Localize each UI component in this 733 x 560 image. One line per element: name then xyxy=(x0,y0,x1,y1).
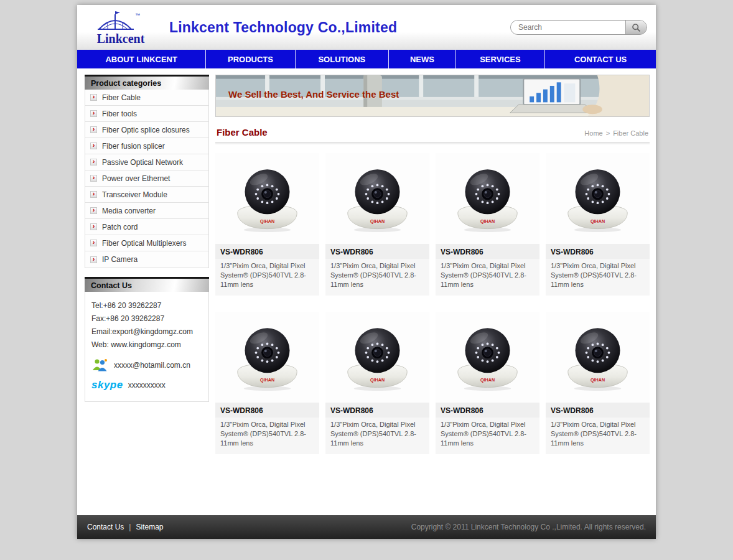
nav-item-products[interactable]: PRODUCTS xyxy=(206,50,295,68)
bridge-logo-icon: ™ xyxy=(96,11,145,32)
content-area: Product categories Fiber Cable Fiber too… xyxy=(77,68,656,515)
page-title: Fiber Cable xyxy=(217,127,268,138)
product-card[interactable]: QIHAN VS-WDR806 1/3"Pixim Orca, Digital … xyxy=(436,153,539,296)
footer-link-sitemap[interactable]: Sitemap xyxy=(136,523,163,531)
product-image: QIHAN xyxy=(436,153,539,244)
footer-links: Contact Us | Sitemap xyxy=(87,523,164,531)
main-nav: ABOUT LINKCENT PRODUCTS SOLUTIONS NEWS S… xyxy=(77,50,656,68)
sidebar-category-item[interactable]: Passive Optical Network xyxy=(85,154,208,170)
chevron-right-icon xyxy=(90,256,97,263)
msn-row: xxxxx@hotamil.com.cn xyxy=(91,358,202,373)
footer-separator: | xyxy=(129,523,131,531)
category-label: Fiber Optic splice closures xyxy=(102,126,190,134)
chevron-right-icon xyxy=(90,191,97,198)
product-description: 1/3"Pixim Orca, Digital Pixel System® (D… xyxy=(215,418,319,448)
product-categories-header: Product categories xyxy=(85,75,209,90)
camera-brand-text: QIHAN xyxy=(480,377,495,383)
dome-camera-image: QIHAN xyxy=(556,159,640,238)
contact-email: Email:export@kingdomgz.com xyxy=(91,325,202,338)
product-name: VS-WDR806 xyxy=(215,403,319,418)
category-label: Patch cord xyxy=(102,223,138,231)
product-image: QIHAN xyxy=(215,153,319,244)
product-name: VS-WDR806 xyxy=(215,244,319,259)
product-name: VS-WDR806 xyxy=(546,244,650,259)
category-label: Fiber fusion splicer xyxy=(102,142,165,151)
contact-fax: Fax:+86 20 39262287 xyxy=(91,312,202,325)
sidebar-category-item[interactable]: Power over Ethernet xyxy=(85,170,208,187)
sidebar-category-item[interactable]: Patch cord xyxy=(85,219,208,235)
dome-camera-image: QIHAN xyxy=(446,159,530,238)
search-button[interactable] xyxy=(625,21,647,34)
title-row: Fiber Cable Home > Fiber Cable xyxy=(215,124,650,143)
dome-camera-image: QIHAN xyxy=(225,159,309,238)
product-image: QIHAN xyxy=(546,153,650,244)
product-card[interactable]: QIHAN VS-WDR806 1/3"Pixim Orca, Digital … xyxy=(215,312,319,454)
logo-wordmark: Linkcent xyxy=(83,32,158,45)
search-input[interactable] xyxy=(511,21,625,34)
sidebar-category-item[interactable]: IP Camera xyxy=(85,251,208,268)
dome-camera-image: QIHAN xyxy=(335,159,419,238)
site-title: Linkcent Technology Co.,Limited xyxy=(169,19,397,36)
chevron-right-icon xyxy=(90,223,97,230)
product-description: 1/3"Pixim Orca, Digital Pixel System® (D… xyxy=(546,259,650,289)
nav-item-contact-us[interactable]: CONTACT US xyxy=(545,50,656,68)
nav-item-services[interactable]: SERVICES xyxy=(456,50,545,68)
sidebar-category-item[interactable]: Fiber tools xyxy=(85,106,208,122)
product-image: QIHAN xyxy=(436,312,539,403)
chevron-right-icon xyxy=(90,110,97,117)
product-card[interactable]: QIHAN VS-WDR806 1/3"Pixim Orca, Digital … xyxy=(215,153,319,296)
product-description: 1/3"Pixim Orca, Digital Pixel System® (D… xyxy=(436,259,539,289)
product-card[interactable]: QIHAN VS-WDR806 1/3"Pixim Orca, Digital … xyxy=(436,312,539,454)
breadcrumb-separator: > xyxy=(606,129,610,137)
sidebar-category-item[interactable]: Fiber Optical Multiplexers xyxy=(85,235,208,251)
product-card[interactable]: QIHAN VS-WDR806 1/3"Pixim Orca, Digital … xyxy=(325,312,429,454)
dome-camera-image: QIHAN xyxy=(225,317,309,397)
main-area: We Sell the Best, And Service the Best F… xyxy=(215,75,650,454)
sidebar-category-item[interactable]: Transceiver Module xyxy=(85,187,208,203)
breadcrumb-current: Fiber Cable xyxy=(613,129,648,137)
product-card[interactable]: QIHAN VS-WDR806 1/3"Pixim Orca, Digital … xyxy=(546,153,650,296)
category-label: Transceiver Module xyxy=(102,190,167,199)
camera-brand-text: QIHAN xyxy=(260,377,274,383)
nav-item-news[interactable]: NEWS xyxy=(389,50,456,68)
nav-item-about-linkcent[interactable]: ABOUT LINKCENT xyxy=(77,50,206,68)
category-label: IP Camera xyxy=(102,255,138,264)
camera-brand-text: QIHAN xyxy=(370,377,385,383)
camera-brand-text: QIHAN xyxy=(260,218,274,224)
product-card[interactable]: QIHAN VS-WDR806 1/3"Pixim Orca, Digital … xyxy=(546,312,650,454)
camera-brand-text: QIHAN xyxy=(591,377,605,383)
category-label: Power over Ethernet xyxy=(102,174,170,183)
product-name: VS-WDR806 xyxy=(436,403,539,418)
category-list: Fiber Cable Fiber tools Fiber Optic spli… xyxy=(85,90,209,268)
search-box xyxy=(510,20,647,35)
sidebar-category-item[interactable]: Media converter xyxy=(85,203,208,219)
product-image: QIHAN xyxy=(325,153,429,244)
product-name: VS-WDR806 xyxy=(325,403,429,418)
product-card[interactable]: QIHAN VS-WDR806 1/3"Pixim Orca, Digital … xyxy=(325,153,429,296)
product-image: QIHAN xyxy=(215,312,319,403)
breadcrumb-home-link[interactable]: Home xyxy=(584,129,602,137)
sidebar: Product categories Fiber Cable Fiber too… xyxy=(85,75,209,402)
category-label: Media converter xyxy=(102,207,156,215)
copyright-text: Copyright © 2011 Linkcent Technology Co … xyxy=(411,523,646,531)
camera-brand-text: QIHAN xyxy=(370,218,385,224)
sidebar-category-item[interactable]: Fiber fusion splicer xyxy=(85,138,208,154)
contact-box: Tel:+86 20 39262287 Fax:+86 20 39262287 … xyxy=(85,292,209,402)
site-logo[interactable]: ™ Linkcent xyxy=(83,11,158,45)
footer-link-contact-us[interactable]: Contact Us xyxy=(87,523,124,531)
site-footer: Contact Us | Sitemap Copyright © 2011 Li… xyxy=(77,515,656,539)
product-description: 1/3"Pixim Orca, Digital Pixel System® (D… xyxy=(215,259,319,289)
dome-camera-image: QIHAN xyxy=(556,317,640,397)
category-label: Fiber Cable xyxy=(102,93,141,102)
product-grid: QIHAN VS-WDR806 1/3"Pixim Orca, Digital … xyxy=(215,153,650,454)
page-container: ™ Linkcent Linkcent Technology Co.,Limit… xyxy=(77,5,656,539)
sidebar-category-item[interactable]: Fiber Cable xyxy=(85,90,208,106)
category-label: Fiber tools xyxy=(102,110,137,118)
sidebar-category-item[interactable]: Fiber Optic splice closures xyxy=(85,122,208,138)
category-label: Fiber Optical Multiplexers xyxy=(102,239,186,248)
banner-slogan: We Sell the Best, And Service the Best xyxy=(228,89,399,100)
search-icon xyxy=(632,23,641,32)
skype-row: skype xxxxxxxxxx xyxy=(91,379,202,391)
dome-camera-image: QIHAN xyxy=(446,317,530,397)
nav-item-solutions[interactable]: SOLUTIONS xyxy=(296,50,389,68)
